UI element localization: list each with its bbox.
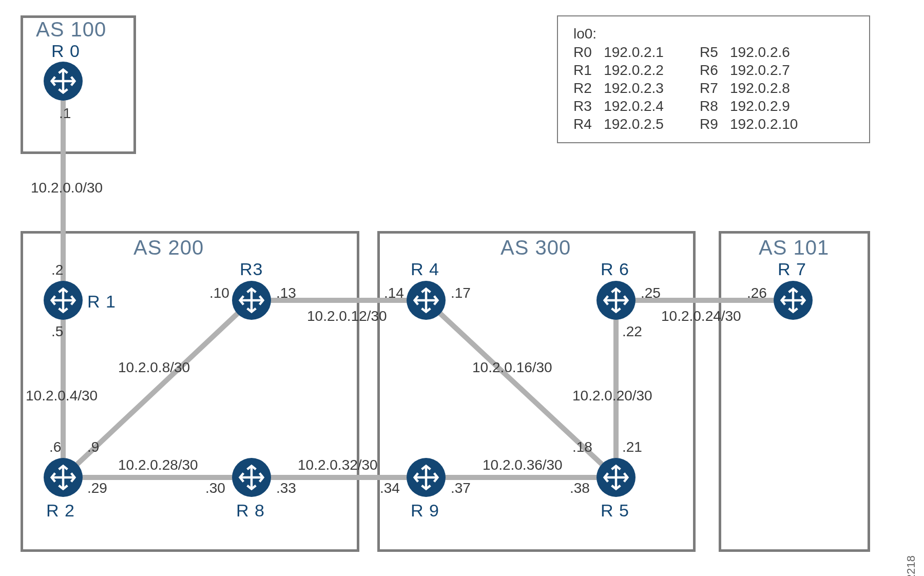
router-r5: [596, 458, 636, 497]
router-r7-label: R 7: [778, 259, 806, 279]
subnet-24: 10.2.0.24/30: [661, 308, 741, 324]
router-r2-label: R 2: [46, 501, 75, 521]
router-r4-label: R 4: [411, 259, 439, 279]
host-25: .25: [641, 285, 661, 301]
host-38: .38: [570, 480, 590, 496]
subnet-0: 10.2.0.0/30: [31, 180, 103, 196]
router-r5-label: R 5: [601, 501, 629, 521]
router-r3-label: R3: [240, 259, 263, 279]
host-2: .2: [51, 262, 63, 278]
host-29: .29: [87, 480, 107, 496]
subnet-16: 10.2.0.16/30: [472, 359, 552, 376]
router-r6-label: R 6: [601, 259, 629, 279]
subnet-12: 10.2.0.12/30: [307, 308, 387, 324]
host-18: .18: [572, 439, 592, 455]
host-14: .14: [384, 285, 404, 301]
router-r0-label: R 0: [51, 41, 80, 61]
router-r0: [44, 62, 83, 101]
host-26: .26: [747, 285, 767, 301]
host-37: .37: [451, 480, 471, 496]
host-5: .5: [51, 323, 63, 340]
host-6: .6: [49, 439, 61, 455]
router-r9-label: R 9: [411, 501, 439, 521]
host-10: .10: [209, 285, 229, 301]
host-1: .1: [59, 105, 71, 122]
router-r9: [407, 458, 446, 497]
router-r1: [44, 281, 83, 320]
host-13: .13: [276, 285, 296, 301]
router-r6: [596, 281, 636, 320]
router-r4: [407, 281, 446, 320]
host-34: .34: [380, 480, 400, 496]
host-17: .17: [451, 285, 471, 301]
host-30: .30: [205, 480, 225, 496]
router-r3: [232, 281, 271, 320]
router-r7: [774, 281, 813, 320]
router-r8-label: R 8: [236, 501, 265, 521]
host-9: .9: [87, 439, 99, 455]
subnet-20: 10.2.0.20/30: [572, 388, 652, 404]
router-r2: [44, 458, 83, 497]
subnet-32: 10.2.0.32/30: [298, 457, 378, 473]
subnet-8: 10.2.0.8/30: [118, 359, 190, 376]
host-33: .33: [276, 480, 296, 496]
router-r1-label: R 1: [87, 292, 116, 312]
host-22: .22: [622, 323, 642, 340]
host-21: .21: [622, 439, 642, 455]
diagram-canvas: AS 100 AS 200 AS 300 AS 101 R 0 R 1 R 2 …: [0, 0, 924, 576]
router-r8: [232, 458, 271, 497]
subnet-28: 10.2.0.28/30: [118, 457, 198, 473]
subnet-4: 10.2.0.4/30: [26, 388, 98, 404]
subnet-36: 10.2.0.36/30: [483, 457, 563, 473]
